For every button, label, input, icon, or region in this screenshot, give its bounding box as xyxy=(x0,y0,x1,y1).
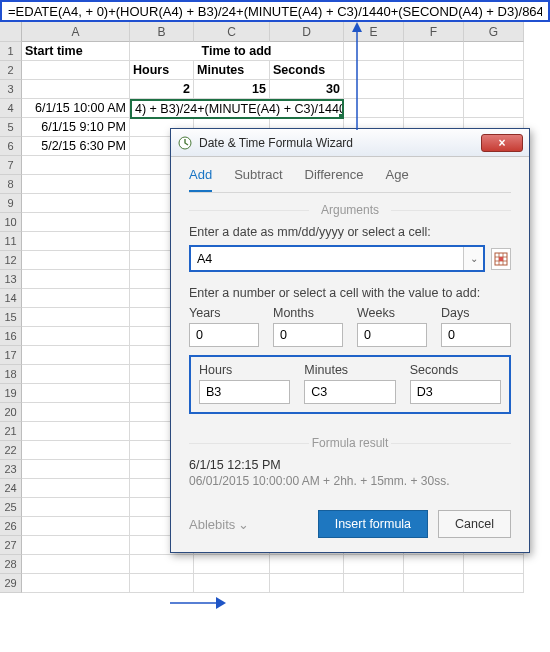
cell-a7[interactable] xyxy=(22,156,130,175)
cell-bcd1[interactable]: Time to add xyxy=(130,42,344,61)
row-header-6[interactable]: 6 xyxy=(0,137,22,156)
cell-a14[interactable] xyxy=(22,289,130,308)
col-header-c[interactable]: C xyxy=(194,22,270,42)
cell-b28[interactable] xyxy=(130,555,194,574)
cell-a17[interactable] xyxy=(22,346,130,365)
cell-f3[interactable] xyxy=(404,80,464,99)
row-header-12[interactable]: 12 xyxy=(0,251,22,270)
cell-a3[interactable] xyxy=(22,80,130,99)
cell-a29[interactable] xyxy=(22,574,130,593)
cell-a27[interactable] xyxy=(22,536,130,555)
cell-a22[interactable] xyxy=(22,441,130,460)
cell-g1[interactable] xyxy=(464,42,524,61)
cell-e2[interactable] xyxy=(344,61,404,80)
row-header-9[interactable]: 9 xyxy=(0,194,22,213)
col-header-a[interactable]: A xyxy=(22,22,130,42)
cell-e3[interactable] xyxy=(344,80,404,99)
row-header-20[interactable]: 20 xyxy=(0,403,22,422)
months-input[interactable] xyxy=(273,323,343,347)
cell-a16[interactable] xyxy=(22,327,130,346)
col-header-d[interactable]: D xyxy=(270,22,344,42)
row-header-28[interactable]: 28 xyxy=(0,555,22,574)
formula-bar[interactable]: =EDATE(A4, + 0)+(HOUR(A4) + B3)/24+(MINU… xyxy=(0,0,550,22)
row-header-18[interactable]: 18 xyxy=(0,365,22,384)
cell-f2[interactable] xyxy=(404,61,464,80)
cell-g3[interactable] xyxy=(464,80,524,99)
cell-a13[interactable] xyxy=(22,270,130,289)
cell-a11[interactable] xyxy=(22,232,130,251)
cell-b29[interactable] xyxy=(130,574,194,593)
row-header-4[interactable]: 4 xyxy=(0,99,22,118)
cell-d28[interactable] xyxy=(270,555,344,574)
row-header-7[interactable]: 7 xyxy=(0,156,22,175)
cell-g28[interactable] xyxy=(464,555,524,574)
cell-f28[interactable] xyxy=(404,555,464,574)
cell-a25[interactable] xyxy=(22,498,130,517)
cell-c3[interactable]: 15 xyxy=(194,80,270,99)
row-header-13[interactable]: 13 xyxy=(0,270,22,289)
close-button[interactable]: × xyxy=(481,134,523,152)
col-header-f[interactable]: F xyxy=(404,22,464,42)
cell-d2[interactable]: Seconds xyxy=(270,61,344,80)
cell-d29[interactable] xyxy=(270,574,344,593)
row-header-23[interactable]: 23 xyxy=(0,460,22,479)
col-header-e[interactable]: E xyxy=(344,22,404,42)
cell-a4[interactable]: 6/1/15 10:00 AM xyxy=(22,99,130,118)
cell-c28[interactable] xyxy=(194,555,270,574)
cell-a24[interactable] xyxy=(22,479,130,498)
cell-a5[interactable]: 6/1/15 9:10 PM xyxy=(22,118,130,137)
active-cell-b4[interactable]: 4) + B3)/24+(MINUTE(A4) + C3)/1440+ xyxy=(130,99,344,119)
cell-a10[interactable] xyxy=(22,213,130,232)
cell-f4[interactable] xyxy=(404,99,464,118)
cell-e1[interactable] xyxy=(344,42,404,61)
cell-a18[interactable] xyxy=(22,365,130,384)
cell-a9[interactable] xyxy=(22,194,130,213)
cell-d3[interactable]: 30 xyxy=(270,80,344,99)
row-header-11[interactable]: 11 xyxy=(0,232,22,251)
cell-a15[interactable] xyxy=(22,308,130,327)
cell-reference-picker-button[interactable] xyxy=(491,248,511,270)
cell-a23[interactable] xyxy=(22,460,130,479)
cell-a19[interactable] xyxy=(22,384,130,403)
col-header-b[interactable]: B xyxy=(130,22,194,42)
cell-e4[interactable] xyxy=(344,99,404,118)
years-input[interactable] xyxy=(189,323,259,347)
brand-label[interactable]: Ablebits ⌄ xyxy=(189,517,249,532)
cell-b2[interactable]: Hours xyxy=(130,61,194,80)
row-header-27[interactable]: 27 xyxy=(0,536,22,555)
row-header-3[interactable]: 3 xyxy=(0,80,22,99)
insert-formula-button[interactable]: Insert formula xyxy=(318,510,428,538)
row-header-14[interactable]: 14 xyxy=(0,289,22,308)
weeks-input[interactable] xyxy=(357,323,427,347)
cell-b3[interactable]: 2 xyxy=(130,80,194,99)
cell-g2[interactable] xyxy=(464,61,524,80)
row-header-16[interactable]: 16 xyxy=(0,327,22,346)
cell-f29[interactable] xyxy=(404,574,464,593)
tab-add[interactable]: Add xyxy=(189,167,212,192)
cell-f1[interactable] xyxy=(404,42,464,61)
days-input[interactable] xyxy=(441,323,511,347)
cell-a21[interactable] xyxy=(22,422,130,441)
minutes-input[interactable] xyxy=(304,380,395,404)
select-all-corner[interactable] xyxy=(0,22,22,42)
seconds-input[interactable] xyxy=(410,380,501,404)
cell-e29[interactable] xyxy=(344,574,404,593)
row-header-22[interactable]: 22 xyxy=(0,441,22,460)
cell-a8[interactable] xyxy=(22,175,130,194)
cell-e28[interactable] xyxy=(344,555,404,574)
cell-a6[interactable]: 5/2/15 6:30 PM xyxy=(22,137,130,156)
tab-subtract[interactable]: Subtract xyxy=(234,167,282,192)
cell-g29[interactable] xyxy=(464,574,524,593)
hours-input[interactable] xyxy=(199,380,290,404)
row-header-26[interactable]: 26 xyxy=(0,517,22,536)
row-header-17[interactable]: 17 xyxy=(0,346,22,365)
row-header-10[interactable]: 10 xyxy=(0,213,22,232)
date-dropdown-button[interactable]: ⌄ xyxy=(463,247,483,270)
row-header-5[interactable]: 5 xyxy=(0,118,22,137)
cell-g4[interactable] xyxy=(464,99,524,118)
row-header-29[interactable]: 29 xyxy=(0,574,22,593)
cancel-button[interactable]: Cancel xyxy=(438,510,511,538)
cell-a20[interactable] xyxy=(22,403,130,422)
cell-a12[interactable] xyxy=(22,251,130,270)
dialog-titlebar[interactable]: Date & Time Formula Wizard × xyxy=(171,129,529,157)
